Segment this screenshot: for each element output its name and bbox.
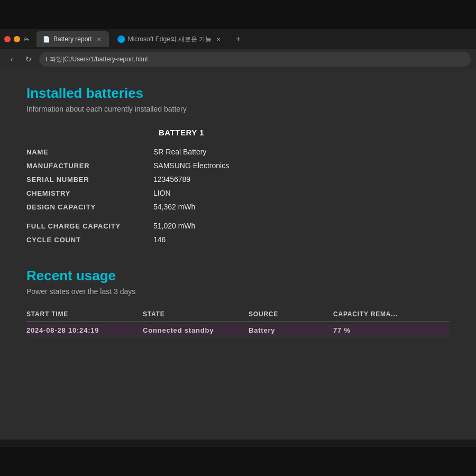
row-capacity: 77 % <box>333 326 351 334</box>
window-controls: 🗁 <box>4 36 29 42</box>
name-value: SR Real Battery <box>153 148 206 156</box>
chemistry-row: CHEMISTRY LION <box>26 186 450 200</box>
edge-tab-icon <box>117 35 125 43</box>
browser-chrome: 🗁 📄 Battery report ✕ Microsoft Edge의 새로운… <box>0 29 476 69</box>
tab-edge-label: Microsoft Edge의 새로운 기능 <box>128 35 212 44</box>
spacer-row <box>26 214 450 219</box>
chemistry-value: LION <box>153 189 171 197</box>
serial-key: SERIAL NUMBER <box>26 176 153 184</box>
cycle-count-row: CYCLE COUNT 146 <box>26 233 450 246</box>
tab-edge-close[interactable]: ✕ <box>215 35 222 43</box>
col-source-header: SOURCE <box>249 310 333 318</box>
new-tab-button[interactable]: + <box>231 32 245 47</box>
protocol-label: 파일 <box>50 55 62 64</box>
name-key: NAME <box>26 148 153 156</box>
recent-usage-subtitle: Power states over the last 3 days <box>26 287 450 296</box>
address-bar[interactable]: ℹ 파일 | C:/Users/1/battery-report.html <box>39 52 471 67</box>
battery-info-table: BATTERY 1 NAME SR Real Battery MANUFACTU… <box>26 128 450 246</box>
col-start-header: START TIME <box>26 310 143 318</box>
battery-header: BATTERY 1 <box>26 128 450 145</box>
close-window-button[interactable] <box>4 36 11 42</box>
address-bar-row: ‹ ↻ ℹ 파일 | C:/Users/1/battery-report.htm… <box>0 49 476 69</box>
tab-icon-area: 🗁 <box>23 36 29 42</box>
bottom-black-bar <box>0 447 476 476</box>
design-capacity-value: 54,362 mWh <box>153 203 195 211</box>
manufacturer-value: SAMSUNG Electronics <box>153 161 229 170</box>
name-row: NAME SR Real Battery <box>26 145 450 159</box>
battery-report-tab-icon: 📄 <box>43 36 50 43</box>
minimize-window-button[interactable] <box>14 36 20 42</box>
address-url: C:/Users/1/battery-report.html <box>64 56 148 63</box>
serial-value: 123456789 <box>153 175 190 184</box>
row-state: Connected standby <box>143 326 249 334</box>
battery-label: BATTERY 1 <box>159 128 204 137</box>
row-source: Battery <box>249 326 333 334</box>
recent-usage-title: Recent usage <box>26 268 450 284</box>
installed-batteries-section: Installed batteries Information about ea… <box>26 85 450 246</box>
tab-battery-report-label: Battery report <box>53 35 92 43</box>
row-start-time: 2024-08-28 10:24:19 <box>26 326 143 334</box>
back-button[interactable]: ‹ <box>5 53 18 66</box>
lock-icon: ℹ <box>45 56 48 63</box>
recent-usage-section: Recent usage Power states over the last … <box>26 268 450 337</box>
fullcharge-row: FULL CHARGE CAPACITY 51,020 mWh <box>26 219 450 233</box>
tab-bar: 🗁 📄 Battery report ✕ Microsoft Edge의 새로운… <box>0 29 476 49</box>
tab-battery-report-close[interactable]: ✕ <box>95 35 103 43</box>
cycle-count-key: CYCLE COUNT <box>26 236 153 244</box>
installed-batteries-subtitle: Information about each currently install… <box>26 105 450 113</box>
chemistry-key: CHEMISTRY <box>26 189 153 197</box>
table-row: 2024-08-28 10:24:19 Connected standby Ba… <box>26 324 450 337</box>
design-capacity-row: DESIGN CAPACITY 54,362 mWh <box>26 200 450 214</box>
manufacturer-key: MANUFACTURER <box>26 162 153 170</box>
refresh-button[interactable]: ↻ <box>22 53 35 66</box>
manufacturer-row: MANUFACTURER SAMSUNG Electronics <box>26 159 450 172</box>
col-capacity-header: CAPACITY REMA... <box>333 310 398 318</box>
installed-batteries-title: Installed batteries <box>26 85 450 102</box>
tab-battery-report[interactable]: 📄 Battery report ✕ <box>36 31 109 47</box>
serial-number-row: SERIAL NUMBER 123456789 <box>26 172 450 186</box>
tab-edge-new-features[interactable]: Microsoft Edge의 새로운 기능 ✕ <box>111 31 229 47</box>
page-content: Installed batteries Information about ea… <box>0 69 476 440</box>
cycle-count-value: 146 <box>153 235 166 244</box>
fullcharge-key: FULL CHARGE CAPACITY <box>26 222 153 230</box>
fullcharge-value: 51,020 mWh <box>153 222 195 230</box>
top-black-bar <box>0 0 476 29</box>
recent-table-header: START TIME STATE SOURCE CAPACITY REMA... <box>26 310 450 322</box>
col-state-header: STATE <box>143 310 249 318</box>
design-capacity-key: DESIGN CAPACITY <box>26 203 153 211</box>
